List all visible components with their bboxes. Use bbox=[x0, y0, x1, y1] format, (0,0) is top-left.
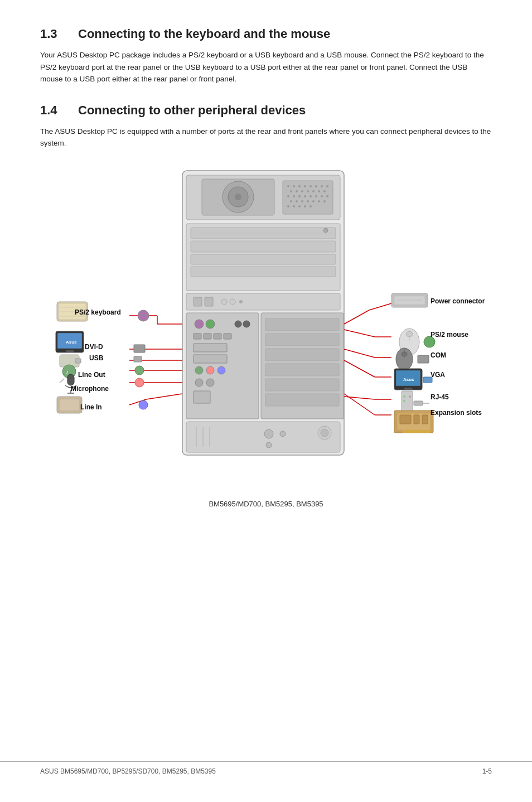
svg-line-102 bbox=[369, 303, 391, 310]
svg-rect-148 bbox=[418, 355, 429, 363]
svg-point-41 bbox=[309, 205, 312, 207]
svg-point-31 bbox=[296, 200, 298, 202]
svg-point-134 bbox=[135, 378, 144, 387]
label-expansion-slots: Expansion slots bbox=[431, 409, 482, 417]
svg-point-11 bbox=[309, 185, 312, 187]
label-line-in: Line In bbox=[80, 403, 102, 411]
svg-rect-165 bbox=[422, 415, 428, 424]
svg-point-9 bbox=[298, 185, 301, 187]
svg-point-160 bbox=[409, 395, 411, 398]
svg-text:Asus: Asus bbox=[66, 340, 77, 345]
label-microphone: Microphone bbox=[71, 385, 109, 393]
svg-text:Asus: Asus bbox=[403, 377, 414, 382]
svg-point-48 bbox=[323, 228, 328, 233]
svg-line-99 bbox=[146, 394, 182, 399]
svg-rect-154 bbox=[402, 391, 413, 413]
svg-point-57 bbox=[206, 320, 215, 328]
svg-rect-123 bbox=[134, 345, 145, 352]
svg-rect-74 bbox=[265, 334, 339, 346]
svg-point-83 bbox=[264, 429, 273, 438]
label-dvi-d: DVI-D bbox=[85, 343, 103, 351]
svg-rect-63 bbox=[194, 355, 227, 363]
section-1-3-body: Your ASUS Desktop PC package includes a … bbox=[40, 49, 492, 85]
section-1-4: 1.4 Connecting to other peripheral devic… bbox=[40, 103, 492, 149]
pc-tower bbox=[182, 171, 344, 455]
svg-rect-164 bbox=[414, 415, 419, 424]
svg-point-24 bbox=[298, 195, 301, 197]
svg-point-7 bbox=[287, 185, 289, 187]
svg-rect-75 bbox=[265, 349, 339, 361]
svg-rect-59 bbox=[204, 334, 211, 339]
svg-point-158 bbox=[403, 395, 405, 398]
svg-point-39 bbox=[298, 205, 301, 207]
section-1-4-heading: Connecting to other peripheral devices bbox=[78, 103, 306, 118]
line-in-icon bbox=[57, 397, 82, 413]
svg-rect-61 bbox=[224, 334, 231, 339]
vga-monitor-icon: Asus bbox=[394, 369, 432, 390]
svg-rect-76 bbox=[265, 364, 339, 376]
svg-rect-62 bbox=[194, 344, 227, 352]
svg-point-20 bbox=[318, 190, 320, 192]
model-number: BM5695/MD700, BM5295, BM5395 bbox=[40, 500, 492, 508]
section-1-4-number: 1.4 bbox=[40, 103, 62, 118]
svg-point-14 bbox=[326, 185, 328, 187]
svg-point-118 bbox=[138, 310, 149, 321]
svg-line-133 bbox=[60, 379, 64, 383]
svg-point-22 bbox=[287, 195, 289, 197]
svg-line-103 bbox=[344, 330, 375, 337]
section-1-3-title: 1.3 Connecting to the keyboard and the m… bbox=[40, 27, 492, 41]
svg-rect-46 bbox=[191, 267, 336, 277]
svg-rect-77 bbox=[265, 379, 339, 391]
svg-point-70 bbox=[235, 321, 241, 327]
label-ps2-mouse: PS/2 mouse bbox=[431, 331, 468, 339]
svg-point-37 bbox=[287, 205, 289, 207]
svg-rect-45 bbox=[191, 254, 336, 264]
svg-line-107 bbox=[344, 360, 375, 377]
svg-point-40 bbox=[304, 205, 306, 207]
peripheral-diagram: Asus ♪ bbox=[40, 160, 492, 483]
footer: ASUS BM5695/MD700, BP5295/SD700, BM5295,… bbox=[0, 761, 532, 775]
section-1-4-body: The ASUS Desktop PC is equipped with a n… bbox=[40, 125, 492, 149]
label-rj45: RJ-45 bbox=[431, 393, 449, 401]
svg-point-18 bbox=[307, 190, 309, 192]
svg-point-27 bbox=[315, 195, 317, 197]
label-line-out: Line Out bbox=[78, 371, 105, 379]
svg-point-26 bbox=[309, 195, 312, 197]
svg-point-17 bbox=[301, 190, 303, 192]
svg-point-10 bbox=[304, 185, 306, 187]
svg-point-87 bbox=[321, 429, 328, 437]
svg-line-111 bbox=[344, 394, 375, 415]
svg-line-105 bbox=[344, 349, 375, 357]
svg-rect-156 bbox=[414, 401, 423, 405]
svg-point-21 bbox=[323, 190, 326, 192]
svg-rect-166 bbox=[403, 430, 431, 433]
svg-point-16 bbox=[296, 190, 298, 192]
footer-left: ASUS BM5695/MD700, BP5295/SD700, BM5295,… bbox=[40, 767, 216, 775]
svg-rect-73 bbox=[265, 318, 339, 331]
svg-point-56 bbox=[195, 320, 204, 328]
svg-text:♪: ♪ bbox=[66, 369, 69, 375]
svg-point-64 bbox=[195, 366, 203, 374]
svg-point-23 bbox=[293, 195, 295, 197]
svg-point-53 bbox=[230, 299, 235, 305]
svg-point-33 bbox=[307, 200, 309, 202]
svg-point-71 bbox=[243, 321, 250, 327]
svg-point-65 bbox=[206, 366, 214, 374]
svg-point-13 bbox=[321, 185, 323, 187]
svg-point-28 bbox=[321, 195, 323, 197]
svg-point-54 bbox=[239, 300, 243, 303]
svg-point-84 bbox=[280, 431, 286, 437]
svg-point-34 bbox=[312, 200, 315, 202]
svg-point-5 bbox=[235, 194, 241, 200]
svg-rect-163 bbox=[400, 415, 411, 424]
svg-rect-58 bbox=[194, 334, 201, 339]
svg-point-29 bbox=[326, 195, 328, 197]
section-1-3-number: 1.3 bbox=[40, 27, 62, 41]
svg-rect-60 bbox=[214, 334, 221, 339]
label-vga: VGA bbox=[431, 371, 445, 379]
svg-rect-44 bbox=[191, 241, 336, 252]
dvi-monitor-icon: Asus bbox=[56, 331, 84, 352]
footer-right: 1-5 bbox=[482, 767, 492, 775]
svg-rect-6 bbox=[283, 181, 333, 214]
svg-point-25 bbox=[304, 195, 306, 197]
